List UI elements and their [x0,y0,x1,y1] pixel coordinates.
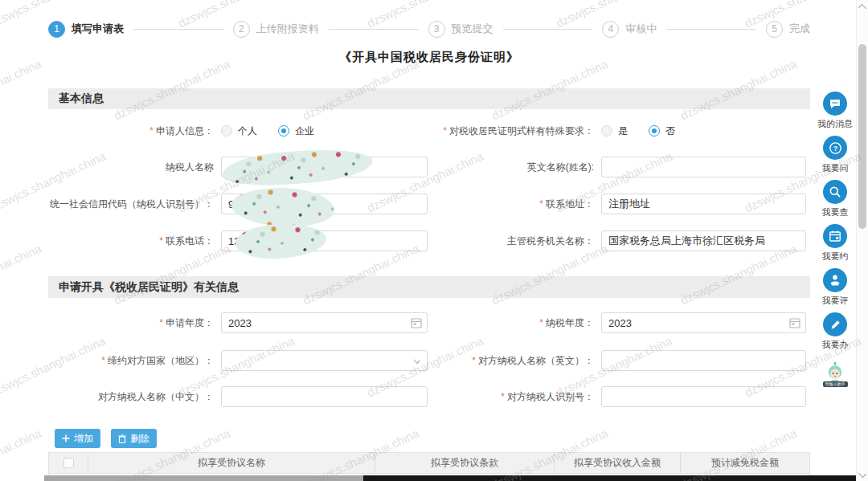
wizard-stepper: 1 填写申请表 2 上传附报资料 3 预览提交 4 审核中 5 完成 [48,20,810,38]
applicant-type-label: *申请人信息： [48,124,214,138]
counterpart-name-en-input[interactable] [601,350,806,371]
horizontal-scrollbar-track [363,475,856,481]
taxpayer-name-label: 纳税人名称 [48,161,214,174]
chevron-down-icon [413,357,420,364]
treaty-table-header: 拟享受协议名称 拟享受协议条款 拟享受协议收入金额 预计减免税金额 [48,452,810,474]
contact-phone-label: *联系电话： [48,234,214,248]
counterpart-tax-id-input[interactable] [601,386,806,407]
step-4-circle: 4 [602,21,619,38]
vertical-scrollbar[interactable] [856,0,868,481]
column-header-income-amount: 拟享受协议收入金额 [555,453,681,473]
radio-unchecked-icon [601,125,612,137]
step-4-reviewing[interactable]: 4 审核中 [602,21,657,38]
vertical-scrollbar-thumb[interactable] [858,44,866,229]
step-connector [503,29,593,30]
sidebar-item-ask[interactable]: ? 我要问 [822,136,849,174]
contact-address-input[interactable] [601,194,806,214]
apply-year-input[interactable] [221,312,428,333]
table-toolbar: 增加 删除 [48,429,810,448]
column-header-agreement-clause: 拟享受协议条款 [375,453,555,473]
step-2-circle: 2 [233,21,250,38]
tax-resident-certificate-page: 1 填写申请表 2 上传附报资料 3 预览提交 4 审核中 5 完成 《开具中国… [0,0,868,481]
radio-checked-icon [649,125,660,137]
radio-checked-icon [278,125,289,137]
step-connector [329,29,419,30]
section-header-certificate-info: 申请开具《税收居民证明》有关信息 [48,276,810,298]
treaty-country-select[interactable] [221,350,428,371]
step-connector [133,29,223,30]
counterpart-tax-id-label: *对方纳税人识别号： [434,390,594,404]
section-header-basic-info: 基本信息 [48,88,810,109]
counterpart-name-cn-label: 对方纳税人名称（中文）： [48,390,214,404]
trash-icon [118,434,126,443]
counterpart-name-cn-input[interactable] [221,386,428,407]
applicant-type-radio-group: 个人 企业 [221,124,314,138]
special-style-label: *对税收居民证明式样有特殊要求： [434,124,594,138]
review-icon [829,274,841,287]
sidebar-item-review[interactable]: 我要评 [822,268,849,307]
credit-code-label: 统一社会信用代码（纳税人识别号）： [48,198,214,211]
step-5-done[interactable]: 5 完成 [766,21,810,38]
sidebar-item-my-messages[interactable]: 我的消息 [817,92,853,130]
page-title: 《开具中国税收居民身份证明》 [48,50,810,65]
floating-sidebar: 我的消息 ? 我要问 我要查 我要约 我要评 我要办 [815,92,855,387]
sidebar-item-handle[interactable]: 我要办 [822,312,849,351]
radio-personal[interactable]: 个人 [221,124,257,138]
message-icon [829,97,841,110]
search-icon [829,185,841,198]
pencil-icon [829,319,841,331]
select-all-cell [49,453,88,473]
contact-address-label: *联系地址： [434,198,594,211]
step-2-upload[interactable]: 2 上传附报资料 [233,21,319,38]
step-3-preview-submit[interactable]: 3 预览提交 [428,21,493,38]
special-style-radio-group: 是 否 [601,124,675,138]
step-connector [666,29,756,30]
form-card: 基本信息 *申请人信息： 个人 企业 *对税收居民证明式样有特殊要求： 是 否 … [48,88,810,476]
column-header-tax-reduction: 预计减免税金额 [681,453,809,473]
treaty-country-label: *缔约对方国家（地区）： [48,354,214,368]
apply-year-label: *申请年度： [48,316,214,330]
add-row-button[interactable]: 增加 [55,429,100,448]
column-header-agreement-name: 拟享受协议名称 [88,453,375,473]
tax-year-input[interactable] [601,312,806,333]
step-5-circle: 5 [766,21,783,38]
treaty-country-value [222,354,228,366]
english-name-label: 英文名称(姓名): [434,161,594,174]
select-all-checkbox[interactable] [63,458,74,468]
counterpart-name-en-label: *对方纳税人名称（英文）： [434,354,594,368]
horizontal-scrollbar-thumb[interactable] [44,475,363,481]
step-3-circle: 3 [428,21,445,38]
scroll-down-arrow-icon[interactable] [858,470,866,478]
tax-year-label: *纳税年度： [434,316,594,330]
tax-authority-input[interactable] [601,230,806,251]
plus-icon [62,434,70,442]
mascot-label: 智能小助手 [823,381,848,387]
radio-no[interactable]: 否 [649,124,675,138]
radio-unchecked-icon [221,125,232,137]
step-1-fill-form[interactable]: 1 填写申请表 [48,21,124,38]
mascot-icon [824,361,846,383]
question-icon: ? [829,141,842,155]
appointment-icon [829,230,841,243]
tax-authority-label: 主管税务机关名称： [434,234,594,248]
radio-yes[interactable]: 是 [601,124,628,138]
english-name-input[interactable] [601,157,806,177]
sidebar-item-search[interactable]: 我要查 [822,180,849,218]
scroll-up-arrow-icon[interactable] [858,4,866,12]
delete-row-button[interactable]: 删除 [111,429,157,448]
step-1-circle: 1 [48,21,65,38]
svg-text:?: ? [833,144,837,152]
sidebar-item-appointment[interactable]: 我要约 [822,224,849,263]
assistant-mascot[interactable]: 智能小助手 [823,361,848,387]
radio-enterprise[interactable]: 企业 [278,124,314,138]
